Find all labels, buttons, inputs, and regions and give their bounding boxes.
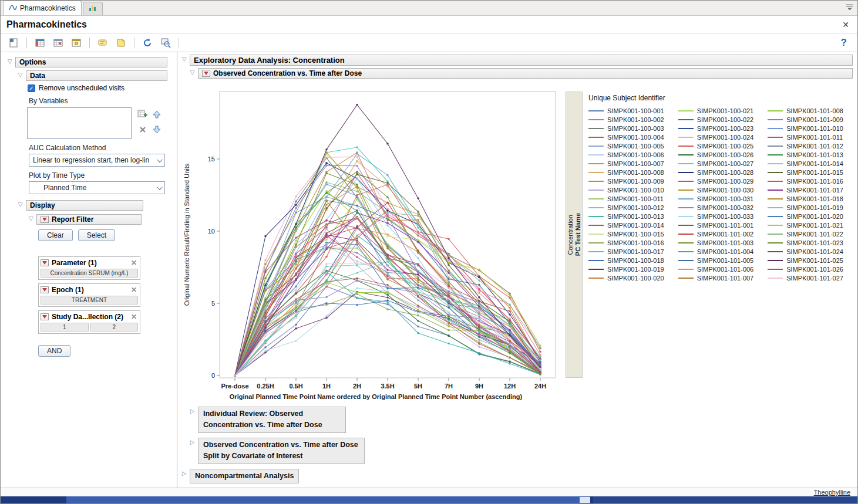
data-table-icon[interactable] (33, 36, 47, 50)
by-variables-list[interactable] (27, 107, 132, 139)
legend-item[interactable]: SIMPK001-101-010 (768, 124, 843, 133)
legend-item[interactable]: SIMPK001-100-022 (678, 115, 754, 124)
legend-item[interactable]: SIMPK001-100-020 (588, 273, 664, 282)
legend-item[interactable]: SIMPK001-100-015 (588, 229, 664, 238)
legend-item[interactable]: SIMPK001-100-002 (588, 115, 664, 124)
legend-item[interactable]: SIMPK001-101-008 (768, 106, 843, 115)
disclosure-open-icon[interactable]: ▽ (181, 55, 187, 64)
red-triangle-menu-icon[interactable] (41, 286, 49, 293)
remove-filter-icon[interactable]: ✕ (130, 259, 138, 267)
red-triangle-menu-icon[interactable] (202, 70, 210, 77)
legend-item[interactable]: SIMPK001-101-021 (768, 221, 843, 229)
disclosure-closed-icon[interactable]: ▷ (181, 469, 187, 478)
remove-visits-checkbox[interactable]: ✓ (28, 84, 35, 92)
legend-item[interactable]: SIMPK001-100-008 (588, 168, 664, 177)
disclosure-open-icon[interactable]: ▽ (189, 68, 196, 77)
legend-item[interactable]: SIMPK001-100-025 (678, 141, 754, 150)
red-triangle-menu-icon[interactable] (41, 313, 49, 320)
legend-item[interactable]: SIMPK001-101-011 (768, 133, 843, 141)
legend-item[interactable]: SIMPK001-100-001 (588, 106, 664, 115)
window-list-icon[interactable] (846, 4, 854, 12)
disclosure-open-icon[interactable]: ▽ (28, 214, 34, 224)
legend-item[interactable]: SIMPK001-101-020 (768, 212, 843, 221)
and-button[interactable]: AND (38, 345, 70, 357)
legend-item[interactable]: SIMPK001-101-005 (678, 256, 754, 265)
tab-chart-window[interactable] (83, 2, 103, 15)
legend-item[interactable]: SIMPK001-100-033 (678, 212, 754, 221)
legend-item[interactable]: SIMPK001-100-011 (588, 194, 664, 203)
legend-item[interactable]: SIMPK001-101-027 (768, 273, 843, 282)
split-covariate-outline[interactable]: Observed Concentration vs. Time after Do… (198, 438, 365, 464)
refresh-icon[interactable] (140, 36, 154, 50)
legend-item[interactable]: SIMPK001-101-007 (678, 273, 754, 282)
legend-item[interactable]: SIMPK001-100-021 (678, 106, 754, 115)
new-journal-icon[interactable] (6, 36, 21, 50)
legend-item[interactable]: SIMPK001-100-027 (678, 159, 754, 168)
legend-item[interactable]: SIMPK001-100-032 (678, 203, 754, 212)
legend-item[interactable]: SIMPK001-100-023 (678, 124, 754, 133)
select-button[interactable]: Select (78, 229, 115, 241)
filter-value[interactable]: TREATMENT (41, 296, 138, 305)
legend-item[interactable]: SIMPK001-100-018 (588, 256, 664, 265)
legend-item[interactable]: SIMPK001-100-007 (588, 159, 664, 168)
legend-item[interactable]: SIMPK001-100-031 (678, 194, 754, 203)
legend-item[interactable]: SIMPK001-101-016 (768, 177, 843, 185)
annotation-icon[interactable] (96, 36, 110, 50)
legend-item[interactable]: SIMPK001-100-030 (678, 185, 754, 194)
filter-value[interactable]: Concentration SERUM (mg/L) (41, 269, 138, 278)
add-columns-icon[interactable] (136, 107, 149, 121)
legend-item[interactable]: SIMPK001-100-024 (678, 133, 754, 141)
red-triangle-menu-icon[interactable] (41, 259, 49, 266)
legend-item[interactable]: SIMPK001-101-012 (768, 141, 843, 150)
legend-item[interactable]: SIMPK001-101-014 (768, 159, 843, 168)
legend-item[interactable]: SIMPK001-101-004 (678, 247, 754, 256)
legend-item[interactable]: SIMPK001-100-026 (678, 150, 754, 159)
theophylline-link[interactable]: Theophylline (814, 489, 850, 496)
notes-tag-icon[interactable] (114, 36, 128, 50)
chart-outline[interactable]: Observed Concentration vs. Time after Do… (198, 68, 853, 79)
disclosure-open-icon[interactable]: ▽ (6, 57, 13, 66)
legend-item[interactable]: SIMPK001-100-003 (588, 124, 664, 133)
legend-item[interactable]: SIMPK001-101-002 (678, 229, 754, 238)
remove-variable-icon[interactable] (136, 123, 149, 137)
legend-item[interactable]: SIMPK001-101-015 (768, 168, 843, 177)
remove-filter-icon[interactable]: ✕ (130, 286, 138, 294)
legend-item[interactable]: SIMPK001-101-025 (768, 256, 843, 265)
legend-item[interactable]: SIMPK001-100-005 (588, 141, 664, 150)
concentration-plot[interactable]: 051015Original Numeric Result/Finding in… (181, 82, 564, 402)
legend-item[interactable]: SIMPK001-101-006 (678, 265, 754, 273)
legend-item[interactable]: SIMPK001-100-029 (678, 177, 754, 185)
disclosure-closed-icon[interactable]: ▷ (189, 407, 196, 416)
individual-review-outline[interactable]: Individual Review: Observed Concentratio… (198, 407, 346, 433)
legend-item[interactable]: SIMPK001-100-019 (588, 265, 664, 273)
eda-outline[interactable]: Exploratory Data Analysis: Concentration (190, 55, 853, 66)
remove-filter-icon[interactable]: ✕ (130, 313, 138, 321)
move-down-icon[interactable] (150, 123, 163, 137)
legend-item[interactable]: SIMPK001-100-009 (588, 177, 664, 185)
auc-method-select[interactable]: Linear to regression start, then log-lin (29, 154, 165, 167)
os-taskbar[interactable] (1, 496, 857, 503)
legend-item[interactable]: SIMPK001-101-003 (678, 238, 754, 247)
disclosure-closed-icon[interactable]: ▷ (189, 438, 196, 447)
options-outline[interactable]: Options (15, 57, 167, 67)
legend-item[interactable]: SIMPK001-101-001 (678, 221, 754, 229)
summary-table-icon[interactable] (51, 36, 65, 50)
legend-item[interactable]: SIMPK001-101-024 (768, 247, 843, 256)
legend-item[interactable]: SIMPK001-100-016 (588, 238, 664, 247)
legend-item[interactable]: SIMPK001-100-028 (678, 168, 754, 177)
help-icon[interactable]: ? (841, 37, 852, 49)
clear-button[interactable]: Clear (38, 229, 73, 241)
report-filter-outline[interactable]: Report Filter (36, 214, 142, 225)
close-icon[interactable]: ✕ (840, 20, 852, 29)
search-window-icon[interactable] (159, 36, 173, 50)
plot-time-select[interactable]: Planned Time (29, 181, 165, 194)
legend-item[interactable]: SIMPK001-101-009 (768, 115, 843, 124)
display-outline[interactable]: Display (26, 200, 143, 211)
legend-item[interactable]: SIMPK001-100-012 (588, 203, 664, 212)
legend-item[interactable]: SIMPK001-101-019 (768, 203, 843, 212)
legend-item[interactable]: SIMPK001-101-018 (768, 194, 843, 203)
legend-item[interactable]: SIMPK001-100-004 (588, 133, 664, 141)
red-triangle-menu-icon[interactable] (41, 216, 49, 223)
legend-item[interactable]: SIMPK001-101-013 (768, 150, 843, 159)
legend-item[interactable]: SIMPK001-101-022 (768, 229, 843, 238)
